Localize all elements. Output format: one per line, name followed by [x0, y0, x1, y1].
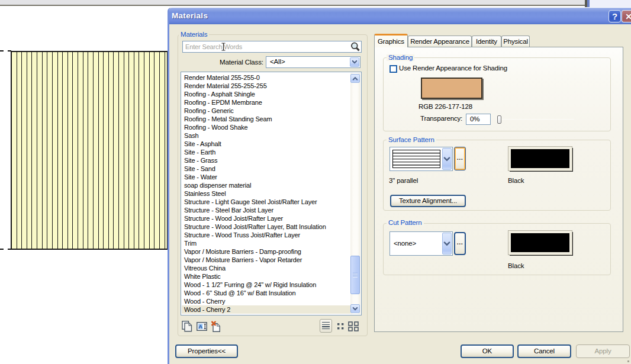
svg-text:A: A [198, 323, 202, 330]
